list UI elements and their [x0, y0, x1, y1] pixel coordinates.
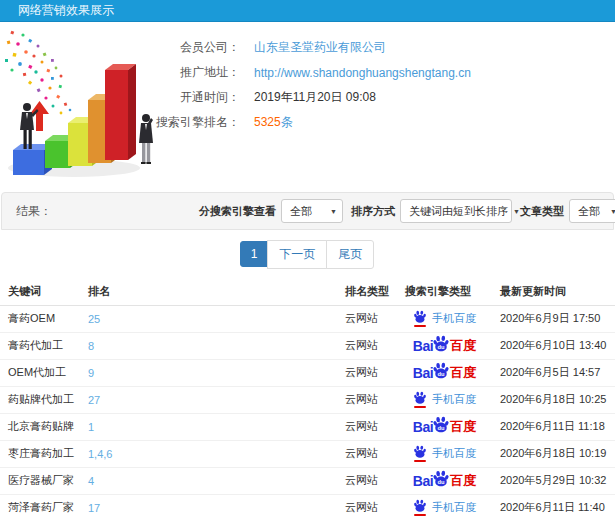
baidu-red-underline	[414, 460, 426, 462]
rank-link[interactable]: 1	[88, 421, 94, 433]
member-company-label: 会员公司：	[0, 39, 240, 56]
baidu-mobile-label: 手机百度	[432, 446, 476, 461]
header-keyword: 关键词	[0, 278, 80, 305]
results-table: 关键词 排名 排名类型 搜索引擎类型 最新更新时间 膏药OEM 25 云网站	[0, 278, 615, 520]
engine-cell: Bai du 百度	[397, 413, 492, 440]
updated-cell: 2020年6月5日 14:57	[492, 359, 615, 386]
updated-cell: 2020年6月9日 17:50	[492, 305, 615, 332]
sort-filter-value: 关键词由短到长排序	[409, 204, 508, 219]
svg-text:du: du	[438, 370, 445, 376]
table-row: 菏泽膏药厂家 17 云网站 手机百度	[0, 494, 615, 520]
baidu-pc-logo: Bai du 百度	[413, 362, 476, 384]
engine-cell: 手机百度	[397, 386, 492, 413]
rank-type-cell: 云网站	[337, 332, 397, 359]
table-header-row: 关键词 排名 排名类型 搜索引擎类型 最新更新时间	[0, 278, 615, 305]
table-row: 膏药OEM 25 云网站 手机百度	[0, 305, 615, 332]
updated-cell: 2020年6月18日 10:19	[492, 440, 615, 467]
table-row: 医疗器械厂家 4 云网站 Bai du 百度 202	[0, 467, 615, 494]
engine-cell: Bai du 百度	[397, 359, 492, 386]
engine-filter-select[interactable]: 全部 ▼	[281, 199, 343, 223]
baidu-pc-logo: Bai du 百度	[413, 335, 476, 357]
promo-url-link[interactable]: http://www.shandonghuangshengtang.cn	[254, 66, 471, 80]
engine-cell: 手机百度	[397, 440, 492, 467]
table-row: 枣庄膏药加工 1,4,6 云网站 手机百	[0, 440, 615, 467]
baidu-red-underline	[414, 325, 426, 327]
header-rank-type: 排名类型	[337, 278, 397, 305]
next-page-button[interactable]: 下一页	[267, 240, 327, 269]
baidu-red-underline	[414, 406, 426, 408]
rank-link[interactable]: 9	[88, 367, 94, 379]
engine-rank-label: 搜索引擎排名：	[0, 114, 240, 131]
sort-filter-select[interactable]: 关键词由短到长排序 ▼	[400, 199, 512, 223]
rank-type-cell: 云网站	[337, 359, 397, 386]
rank-count: 5325	[254, 115, 281, 129]
rank-type-cell: 云网站	[337, 305, 397, 332]
baidu-mobile-logo: 手机百度	[413, 499, 476, 516]
header-rank: 排名	[80, 278, 337, 305]
page: 网络营销效果展示	[0, 0, 615, 520]
baidu-red-underline	[414, 514, 426, 516]
engine-rank-row: 搜索引擎排名： 5325条	[0, 110, 615, 135]
keyword-cell: 膏药OEM	[0, 305, 80, 332]
keyword-cell: 药贴牌代加工	[0, 386, 80, 413]
chevron-down-icon: ▼	[513, 208, 520, 215]
open-time-value: 2019年11月20日 09:08	[254, 89, 376, 106]
baidu-mobile-label: 手机百度	[432, 392, 476, 407]
keyword-cell: 医疗器械厂家	[0, 467, 80, 494]
baidu-paw-icon: du	[432, 362, 450, 380]
updated-cell: 2020年6月18日 10:25	[492, 386, 615, 413]
svg-text:du: du	[438, 343, 445, 349]
updated-cell: 2020年6月10日 13:40	[492, 332, 615, 359]
engine-filter-value: 全部	[290, 204, 312, 219]
page-number-current[interactable]: 1	[240, 241, 269, 267]
member-company-link[interactable]: 山东皇圣堂药业有限公司	[254, 39, 386, 56]
baidu-pc-prefix: Bai	[413, 473, 433, 489]
rank-link[interactable]: 27	[88, 394, 100, 406]
chevron-down-icon: ▼	[610, 208, 615, 215]
last-page-button[interactable]: 尾页	[326, 240, 374, 269]
rank-link[interactable]: 25	[88, 313, 100, 325]
engine-rank-value: 5325条	[254, 114, 293, 131]
engine-cell: Bai du 百度	[397, 332, 492, 359]
rank-link[interactable]: 4	[88, 475, 94, 487]
updated-cell: 2020年5月29日 10:32	[492, 467, 615, 494]
keyword-cell: 枣庄膏药加工	[0, 440, 80, 467]
svg-text:du: du	[438, 424, 445, 430]
baidu-pc-prefix: Bai	[413, 419, 433, 435]
rank-unit: 条	[281, 115, 293, 129]
result-label: 结果：	[16, 203, 52, 220]
rank-link[interactable]: 17	[88, 502, 100, 514]
baidu-mobile-logo: 手机百度	[413, 310, 476, 327]
article-type-label: 文章类型	[520, 204, 564, 219]
info-fields: 会员公司： 山东皇圣堂药业有限公司 推广地址： http://www.shand…	[0, 35, 615, 135]
table-row: 药贴牌代加工 27 云网站 手机百度	[0, 386, 615, 413]
filter-group: 分搜索引擎查看 全部 ▼ 排序方式 关键词由短到长排序 ▼ 文章类型 全部 ▼ …	[199, 198, 615, 224]
baidu-paw-icon	[413, 445, 427, 462]
keyword-cell: 北京膏药贴牌	[0, 413, 80, 440]
table-body: 膏药OEM 25 云网站 手机百度	[0, 305, 615, 520]
page-title: 网络营销效果展示	[0, 0, 615, 22]
keyword-cell: 菏泽膏药厂家	[0, 494, 80, 520]
baidu-mobile-label: 手机百度	[432, 500, 476, 515]
rank-link[interactable]: 8	[88, 340, 94, 352]
rank-type-cell: 云网站	[337, 494, 397, 520]
engine-cell: Bai du 百度	[397, 467, 492, 494]
baidu-mobile-logo: 手机百度	[413, 445, 476, 462]
promo-url-row: 推广地址： http://www.shandonghuangshengtang.…	[0, 60, 615, 85]
engine-filter-label: 分搜索引擎查看	[199, 204, 276, 219]
baidu-pc-suffix: 百度	[450, 337, 476, 355]
chevron-down-icon: ▼	[330, 208, 337, 215]
article-type-select[interactable]: 全部 ▼	[569, 199, 615, 223]
engine-cell: 手机百度	[397, 305, 492, 332]
rank-type-cell: 云网站	[337, 413, 397, 440]
keyword-cell: OEM代加工	[0, 359, 80, 386]
baidu-pc-suffix: 百度	[450, 364, 476, 382]
baidu-mobile-label: 手机百度	[432, 311, 476, 326]
header-updated: 最新更新时间	[492, 278, 615, 305]
baidu-pc-logo: Bai du 百度	[413, 416, 476, 438]
open-time-row: 开通时间： 2019年11月20日 09:08	[0, 85, 615, 110]
sort-filter-label: 排序方式	[351, 204, 395, 219]
baidu-pc-prefix: Bai	[413, 365, 433, 381]
rank-link[interactable]: 1,4,6	[88, 448, 112, 460]
baidu-pc-suffix: 百度	[450, 418, 476, 436]
